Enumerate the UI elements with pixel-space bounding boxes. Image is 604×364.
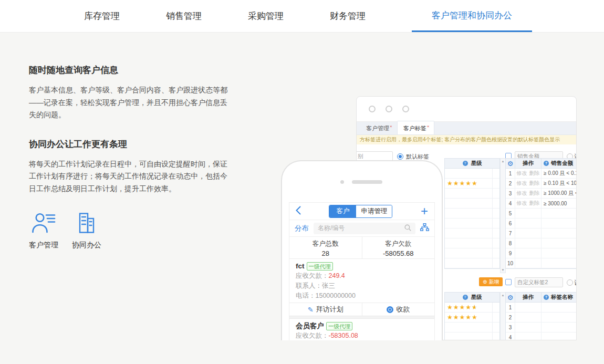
delete-link[interactable]: 删除: [529, 170, 540, 177]
edit-link[interactable]: 修改: [517, 180, 527, 187]
set-radio-2[interactable]: [567, 279, 573, 286]
collect-payment-button[interactable]: 收款: [362, 303, 435, 316]
star-icon: ★: [453, 304, 460, 310]
section-body-1: 客户基本信息、客户等级、客户合同内容、客户跟进状态等都——记录在案，轻松实现客户…: [29, 84, 227, 121]
star-icon: ★: [460, 180, 466, 186]
gear-icon[interactable]: ⚙: [507, 160, 514, 167]
custom-tag-checkbox[interactable]: [505, 279, 512, 285]
star-icon: ★: [453, 180, 460, 186]
table-row[interactable]: 5: [506, 209, 577, 219]
star-table-row[interactable]: [445, 248, 499, 258]
amount-range: ≥ 1000.00 且 < 3000.00: [541, 190, 577, 197]
delete-link[interactable]: 删除: [529, 190, 540, 197]
table-row[interactable]: 7: [506, 228, 577, 238]
customer-card[interactable]: fct一级代理应收欠款：249.4联系人：张三电话：15000000000: [289, 259, 434, 303]
window-control-icon[interactable]: [386, 106, 392, 112]
customer-name: 会员客户一级代理: [296, 321, 428, 331]
scroll-down-icon[interactable]: ▼: [502, 268, 505, 272]
intro-column: 随时随地查询客户信息 客户基本信息、客户等级、客户合同内容、客户跟进状态等都——…: [29, 64, 227, 250]
nav-tab[interactable]: 库存管理: [84, 0, 120, 32]
close-tab-icon[interactable]: ×: [427, 124, 430, 129]
edit-link[interactable]: 修改: [517, 170, 527, 177]
search-input[interactable]: 名称/编号: [314, 223, 415, 234]
window-tabbar: 客户管理×客户标签×: [357, 122, 576, 135]
collect-payment-icon: [387, 306, 393, 313]
stat-label: 客户欠款: [362, 240, 435, 248]
table-row[interactable]: 10: [506, 258, 577, 268]
star-table-row[interactable]: ★★★★★★: [445, 303, 499, 313]
search-placeholder: 名称/编号: [318, 224, 345, 233]
row-number: 4: [506, 199, 515, 208]
scroll-up-icon[interactable]: ▲: [502, 294, 505, 297]
custom-tag-input[interactable]: [515, 277, 563, 287]
star-icon: ★: [465, 304, 472, 310]
tab-customers[interactable]: 客户: [329, 205, 356, 217]
nav-tab[interactable]: 客户管理和协同办公: [412, 0, 532, 32]
back-icon[interactable]: [296, 206, 301, 217]
row-number: 9: [506, 248, 515, 258]
column-header-operation: 操作: [515, 159, 541, 168]
star-table-row[interactable]: [445, 258, 499, 268]
row-number: 1: [506, 169, 515, 178]
table-row[interactable]: 2: [506, 313, 577, 323]
amount-range: ≥ 0.10 且 < 1000.00: [541, 180, 577, 187]
nav-tab[interactable]: 采购管理: [248, 0, 284, 32]
plus-circle-icon: ⊕: [483, 279, 487, 285]
nav-tab[interactable]: 销售管理: [166, 0, 202, 32]
phone-app-header: 客户 申请管理 +: [289, 203, 434, 220]
star-rating-table-2: ?星级★★★★★★★★★★★: [444, 292, 500, 340]
customer-card[interactable]: 会员客户一级代理应收欠款：-58305.08联系人：测试: [289, 319, 434, 340]
table-row[interactable]: 6: [506, 219, 577, 228]
visit-plan-button[interactable]: ✎ 拜访计划: [289, 303, 362, 316]
feature-list: 客户管理 协同办公: [29, 212, 227, 250]
section-heading-1: 随时随地查询客户信息: [29, 64, 227, 76]
set-radio-2-label: 设: [574, 279, 577, 287]
gear-icon[interactable]: ⚙: [507, 294, 514, 301]
table-header: ?星级: [445, 159, 499, 169]
window-tab[interactable]: 客户标签×: [397, 121, 435, 134]
star-table-row[interactable]: ★★★★★: [445, 179, 499, 189]
row-number: 3: [506, 189, 515, 198]
scroll-up-icon[interactable]: ▲: [502, 160, 505, 163]
row-number: 10: [506, 258, 515, 268]
table-row[interactable]: 1修改删除≥ 0.00 且 < 0.10: [506, 169, 577, 179]
table-row[interactable]: 1: [506, 303, 577, 313]
star-table-row[interactable]: [445, 209, 499, 219]
org-chart-icon[interactable]: [420, 223, 429, 233]
star-table-row[interactable]: [445, 199, 499, 209]
column-header-operation: 操作: [515, 293, 541, 302]
default-tag-radio[interactable]: [397, 153, 403, 160]
add-customer-button[interactable]: +: [421, 206, 428, 216]
star-table-row[interactable]: [445, 219, 499, 228]
delete-link[interactable]: 删除: [529, 200, 540, 207]
star-icon: ★: [447, 304, 453, 310]
star-table-row[interactable]: ★★★★★: [445, 313, 499, 323]
window-control-icon[interactable]: [369, 106, 376, 112]
table-row[interactable]: 3修改删除≥ 1000.00 且 < 3000.00: [506, 189, 577, 199]
star-table-row[interactable]: [445, 332, 499, 340]
amount-range: ≥ 3000.00: [541, 201, 577, 206]
table-row[interactable]: 2修改删除≥ 0.10 且 < 1000.00: [506, 179, 577, 189]
nav-tab[interactable]: 财务管理: [330, 0, 366, 32]
table-row[interactable]: 9: [506, 248, 577, 258]
table-row[interactable]: 4: [506, 332, 577, 340]
feature-collaboration: 协同办公: [72, 212, 101, 250]
star-icon: ★: [460, 314, 466, 320]
close-tab-icon[interactable]: ×: [390, 124, 392, 129]
star-table-row[interactable]: [445, 169, 499, 179]
window-control-icon[interactable]: [402, 106, 409, 112]
window-tab[interactable]: 客户管理×: [360, 121, 397, 134]
table-row[interactable]: 3: [506, 323, 577, 332]
tab-request-management[interactable]: 申请管理: [356, 205, 392, 217]
table-row[interactable]: 8: [506, 238, 577, 248]
table-row[interactable]: 4修改删除≥ 3000.00: [506, 199, 577, 209]
distribution-link[interactable]: 分布: [295, 224, 309, 233]
star-table-row[interactable]: [445, 323, 499, 332]
star-table-row[interactable]: [445, 189, 499, 199]
add-button[interactable]: ⊕新增: [479, 277, 503, 286]
edit-link[interactable]: 修改: [517, 200, 527, 207]
star-table-row[interactable]: [445, 238, 499, 248]
delete-link[interactable]: 删除: [529, 180, 540, 187]
star-table-row[interactable]: [445, 228, 499, 238]
edit-link[interactable]: 修改: [517, 190, 527, 197]
